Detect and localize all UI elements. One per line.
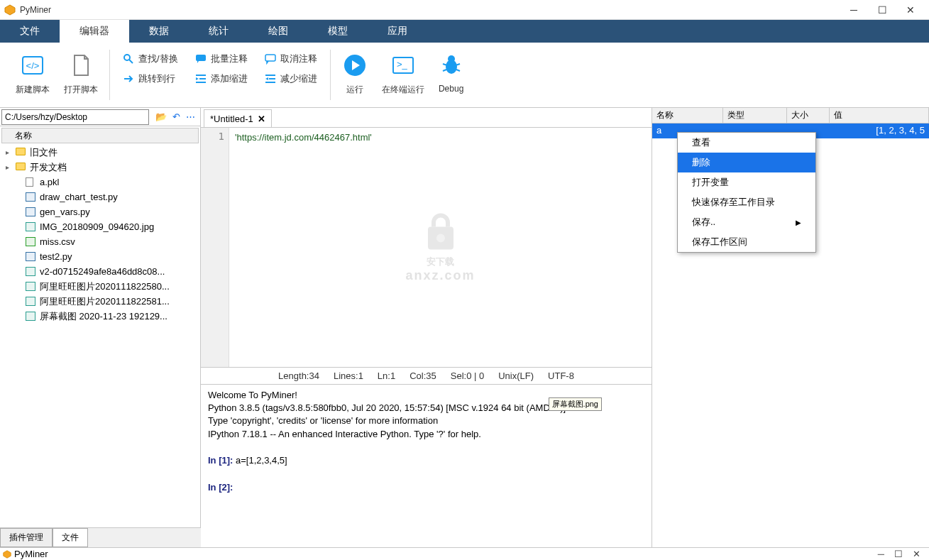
tab-files[interactable]: 文件: [53, 528, 88, 547]
menubar: 文件 编辑器 数据 统计 绘图 模型 应用: [0, 20, 929, 43]
tab-plugin-manager[interactable]: 插件管理: [0, 528, 53, 547]
menu-tab-file[interactable]: 文件: [0, 20, 60, 43]
taskbar: PyMiner ─ ☐ ✕: [0, 547, 929, 560]
goto-icon: [123, 73, 134, 84]
file-tree-header[interactable]: 名称: [1, 128, 199, 143]
comment-icon: [195, 53, 207, 65]
console[interactable]: 屏幕截图.png Welcome To PyMiner! Python 3.8.…: [201, 384, 652, 547]
path-input[interactable]: [1, 109, 149, 125]
goto-line-button[interactable]: 跳转到行: [123, 72, 178, 85]
more-icon[interactable]: ⋯: [184, 111, 197, 122]
menu-tab-model[interactable]: 模型: [308, 20, 368, 43]
left-bottom-tabs: 插件管理 文件: [0, 527, 201, 547]
menu-tab-app[interactable]: 应用: [368, 20, 427, 43]
uncomment-icon: [265, 53, 276, 65]
ctx-item[interactable]: 删除: [678, 153, 815, 172]
file-item[interactable]: ▸开发文档: [3, 160, 197, 175]
taskbar-app-icon: [3, 550, 11, 559]
search-icon: [123, 53, 134, 65]
center-panel: *Untitled-1 ✕ 1 'https://item.jd.com/446…: [201, 108, 652, 547]
titlebar: PyMiner ─ ☐ ✕: [0, 0, 929, 20]
svg-line-20: [443, 70, 446, 71]
taskbar-close[interactable]: ✕: [913, 549, 920, 559]
file-item[interactable]: 阿里旺旺图片2020111822581...: [3, 294, 197, 309]
taskbar-maximize[interactable]: ☐: [894, 549, 903, 559]
watermark: 安下载 anxz.com: [405, 212, 475, 282]
editor-tab-label: *Untitled-1: [210, 114, 253, 124]
var-table-header: 名称 类型 大小 值: [652, 108, 929, 123]
taskbar-minimize[interactable]: ─: [878, 549, 884, 559]
console-in2: In [2]:: [208, 481, 644, 494]
outdent-button[interactable]: 减少缩进: [265, 72, 317, 85]
file-item[interactable]: IMG_20180909_094620.jpg: [3, 219, 197, 234]
file-item[interactable]: 阿里旺旺图片2020111822580...: [3, 279, 197, 294]
new-script-button[interactable]: </> 新建脚本: [9, 47, 57, 103]
svg-line-21: [456, 70, 460, 71]
indent-icon: [195, 73, 207, 84]
status-ln: Ln:1: [378, 370, 395, 381]
ctx-item[interactable]: 保存..▶: [678, 212, 815, 232]
ctx-item[interactable]: 保存工作区间: [678, 232, 815, 252]
svg-rect-22: [428, 226, 453, 249]
menu-tab-plot[interactable]: 绘图: [248, 20, 308, 43]
file-item[interactable]: v2-d0715249afe8a46dd8c08...: [3, 264, 197, 279]
file-item[interactable]: gen_vars.py: [3, 204, 197, 219]
file-item[interactable]: ▸旧文件: [3, 145, 197, 160]
menu-tab-editor[interactable]: 编辑器: [60, 20, 129, 43]
close-button[interactable]: ✕: [896, 1, 925, 19]
menu-tab-stat[interactable]: 统计: [189, 20, 248, 43]
line-gutter: 1: [201, 128, 229, 367]
ctx-item[interactable]: 快速保存至工作目录: [678, 192, 815, 212]
svg-text:>_: >_: [397, 59, 408, 70]
svg-marker-24: [4, 550, 11, 558]
bug-icon: [439, 53, 464, 78]
code-editor[interactable]: 1 'https://item.jd.com/4462467.html' 安下载…: [201, 128, 652, 367]
svg-line-4: [129, 60, 133, 63]
status-sel: Sel:0 | 0: [451, 370, 484, 381]
editor-status-bar: Length:34 Lines:1 Ln:1 Col:35 Sel:0 | 0 …: [201, 367, 652, 384]
outdent-icon: [265, 73, 276, 84]
maximize-button[interactable]: ☐: [868, 1, 896, 19]
svg-point-23: [436, 234, 445, 242]
tooltip: 屏幕截图.png: [549, 397, 602, 411]
file-tree: ▸旧文件▸开发文档a.pkldraw_chart_test.pygen_vars…: [0, 143, 200, 527]
file-item[interactable]: a.pkl: [3, 175, 197, 190]
status-lines: Lines:1: [334, 370, 363, 381]
svg-point-17: [448, 55, 455, 62]
run-button[interactable]: 运行: [335, 47, 375, 103]
svg-rect-9: [265, 55, 275, 61]
file-icon: [68, 53, 94, 78]
ctx-item[interactable]: 查看: [678, 133, 815, 153]
file-item[interactable]: test2.py: [3, 249, 197, 264]
close-tab-icon[interactable]: ✕: [258, 114, 265, 124]
file-item[interactable]: draw_chart_test.py: [3, 190, 197, 204]
open-folder-icon[interactable]: 📂: [153, 111, 169, 122]
open-script-button[interactable]: 打开脚本: [57, 47, 105, 103]
code-icon: </>: [20, 53, 45, 78]
svg-text:</>: </>: [26, 60, 40, 71]
file-item[interactable]: miss.csv: [3, 234, 197, 249]
terminal-icon: >_: [390, 53, 416, 78]
menu-tab-data[interactable]: 数据: [129, 20, 189, 43]
uncomment-button[interactable]: 取消注释: [265, 53, 317, 65]
editor-tab[interactable]: *Untitled-1 ✕: [204, 109, 272, 127]
ctx-item[interactable]: 打开变量: [678, 172, 815, 192]
ribbon: </> 新建脚本 打开脚本 查找/替换 跳转到行 批量注释 添加缩进: [0, 43, 929, 108]
file-item[interactable]: 屏幕截图 2020-11-23 192129...: [3, 309, 197, 324]
undo-icon[interactable]: ↶: [170, 111, 182, 122]
status-col: Col:35: [409, 370, 436, 381]
run-terminal-button[interactable]: >_ 在终端运行: [375, 47, 431, 103]
find-replace-button[interactable]: 查找/替换: [123, 53, 178, 65]
indent-button[interactable]: 添加缩进: [195, 72, 248, 85]
svg-marker-0: [5, 5, 15, 15]
minimize-button[interactable]: ─: [840, 1, 868, 19]
status-enc: UTF-8: [548, 370, 574, 381]
status-eol: Unix(LF): [498, 370, 534, 381]
play-icon: [342, 53, 368, 78]
debug-button[interactable]: Debug: [431, 47, 471, 103]
comment-button[interactable]: 批量注释: [195, 53, 248, 65]
code-text: 'https://item.jd.com/4462467.html' 安下载 a…: [229, 128, 652, 367]
taskbar-title: PyMiner: [14, 549, 48, 559]
context-menu: 查看删除打开变量快速保存至工作目录保存..▶保存工作区间: [677, 132, 816, 253]
editor-tabs: *Untitled-1 ✕: [201, 108, 652, 128]
